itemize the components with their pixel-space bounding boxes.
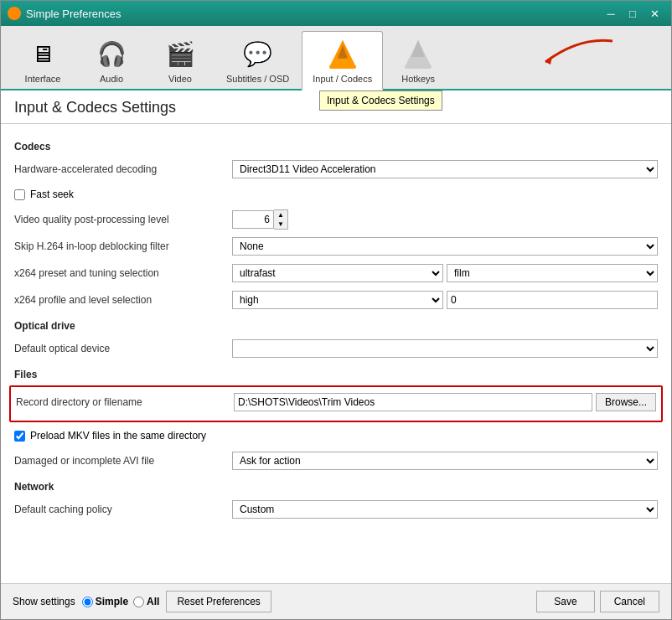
- nav-item-hotkeys[interactable]: Hotkeys: [385, 31, 452, 89]
- control-x264-preset: ultrafast superfast veryfast faster fast…: [232, 264, 658, 282]
- footer: Show settings Simple All Reset Preferenc…: [1, 583, 671, 619]
- section-files: Files: [14, 369, 658, 380]
- maximize-button[interactable]: □: [623, 5, 643, 22]
- row-video-quality: Video quality post-processing level ▲ ▼: [14, 208, 658, 231]
- content-area: Codecs Hardware-accelerated decoding Dir…: [1, 124, 671, 583]
- label-damaged-avi: Damaged or incomplete AVI file: [14, 455, 232, 467]
- nav-label-input: Input / Codecs: [313, 74, 372, 84]
- video-icon: 🎬: [163, 37, 197, 70]
- nav-item-subtitles[interactable]: 💬 Subtitles / OSD: [215, 31, 300, 89]
- nav-item-input[interactable]: Input / Codecs: [302, 31, 383, 90]
- nav-item-video[interactable]: 🎬 Video: [147, 31, 214, 89]
- nav-label-hotkeys: Hotkeys: [401, 74, 435, 84]
- nav-label-video: Video: [168, 74, 192, 84]
- svg-marker-5: [411, 40, 425, 57]
- nav-label-interface: Interface: [25, 74, 61, 84]
- reset-preferences-button[interactable]: Reset Preferences: [166, 591, 271, 612]
- spinbox-down[interactable]: ▼: [274, 220, 287, 229]
- nav-label-subtitles: Subtitles / OSD: [226, 74, 289, 84]
- interface-icon: 🖥: [26, 37, 59, 70]
- row-x264-preset: x264 preset and tuning selection ultrafa…: [14, 261, 658, 285]
- settings-panel: Codecs Hardware-accelerated decoding Dir…: [1, 124, 671, 583]
- cancel-button[interactable]: Cancel: [600, 591, 659, 612]
- radio-simple[interactable]: [82, 597, 93, 607]
- footer-left: Show settings Simple All Reset Preferenc…: [13, 591, 536, 612]
- row-hardware-decoding: Hardware-accelerated decoding Direct3D11…: [14, 158, 658, 181]
- control-video-quality: ▲ ▼: [232, 209, 658, 230]
- control-x264-profile: high baseline main high10 high422 high44…: [232, 291, 658, 309]
- label-preload-mkv: Preload MKV files in the same directory: [30, 430, 206, 442]
- radio-all-label[interactable]: All: [133, 596, 159, 607]
- select-damaged-avi[interactable]: Ask for action Repair Ignore: [232, 452, 658, 470]
- show-settings-label: Show settings: [13, 596, 75, 607]
- radio-simple-text: Simple: [96, 596, 128, 607]
- nav-label-audio: Audio: [100, 74, 123, 84]
- input-icon: [326, 37, 359, 70]
- select-x264-preset1[interactable]: ultrafast superfast veryfast faster fast…: [232, 264, 443, 282]
- radio-all-text: All: [147, 596, 159, 607]
- label-fast-seek: Fast seek: [30, 189, 74, 200]
- row-record-directory: Record directory or filename Browse...: [16, 390, 656, 414]
- row-preload-mkv: Preload MKV files in the same directory: [14, 426, 658, 446]
- x264-level-input[interactable]: [447, 291, 658, 309]
- nav-item-audio[interactable]: 🎧 Audio: [78, 31, 145, 89]
- control-damaged-avi: Ask for action Repair Ignore: [232, 452, 658, 470]
- control-hardware-decoding: Direct3D11 Video Acceleration DirectX Vi…: [232, 160, 658, 178]
- nav-item-interface[interactable]: 🖥 Interface: [9, 31, 76, 89]
- radio-group-show-settings: Simple All: [82, 596, 160, 607]
- nav-bar: 🖥 Interface 🎧 Audio 🎬 Video 💬 Subtitles …: [1, 26, 671, 90]
- window-controls: ─ □ ✕: [601, 5, 664, 22]
- label-caching-policy: Default caching policy: [14, 504, 232, 515]
- label-hardware-decoding: Hardware-accelerated decoding: [14, 163, 232, 175]
- row-skip-h264: Skip H.264 in-loop deblocking filter Non…: [14, 235, 658, 258]
- subtitles-icon: 💬: [241, 37, 275, 70]
- row-fast-seek: Fast seek: [14, 184, 658, 204]
- spinbox-up[interactable]: ▲: [274, 210, 287, 220]
- spinbox-input-video-quality[interactable]: [232, 210, 274, 229]
- label-optical-device: Default optical device: [14, 343, 232, 354]
- hotkeys-icon: [401, 37, 435, 70]
- section-optical: Optical drive: [14, 320, 658, 332]
- control-caching-policy: Custom Lowest latency Low latency Normal…: [232, 500, 658, 519]
- radio-all[interactable]: [133, 597, 144, 607]
- select-optical-device[interactable]: [232, 339, 658, 358]
- select-x264-preset2[interactable]: film animation grain stillimage psnr ssi…: [447, 264, 658, 282]
- spinbox-buttons: ▲ ▼: [274, 209, 288, 230]
- tooltip-box: Input & Codecs Settings: [319, 90, 442, 111]
- label-x264-profile: x264 profile and level selection: [14, 294, 232, 306]
- svg-rect-2: [329, 65, 356, 69]
- row-optical-device: Default optical device: [14, 337, 658, 360]
- select-skip-h264[interactable]: None Non-reference frames All frames: [232, 237, 658, 256]
- row-damaged-avi: Damaged or incomplete AVI file Ask for a…: [14, 449, 658, 473]
- section-network: Network: [14, 481, 658, 493]
- label-x264-preset: x264 preset and tuning selection: [14, 267, 232, 279]
- window-title: Simple Preferences: [26, 8, 601, 20]
- footer-right: Save Cancel: [536, 591, 659, 612]
- select-x264-profile[interactable]: high baseline main high10 high422 high44…: [232, 291, 443, 309]
- arrow-decoration: [520, 33, 621, 77]
- minimize-button[interactable]: ─: [601, 5, 621, 22]
- main-window: Simple Preferences ─ □ ✕ 🖥 Interface 🎧 A…: [0, 0, 672, 620]
- checkbox-preload-mkv[interactable]: [14, 431, 25, 442]
- input-record-directory[interactable]: [234, 393, 592, 411]
- section-codecs: Codecs: [14, 141, 658, 152]
- row-x264-profile: x264 profile and level selection high ba…: [14, 288, 658, 312]
- audio-icon: 🎧: [95, 37, 128, 70]
- spinbox-video-quality: ▲ ▼: [232, 209, 288, 230]
- radio-simple-label[interactable]: Simple: [82, 596, 128, 607]
- control-skip-h264: None Non-reference frames All frames: [232, 237, 658, 256]
- select-caching-policy[interactable]: Custom Lowest latency Low latency Normal…: [232, 500, 658, 519]
- save-button[interactable]: Save: [536, 591, 594, 612]
- row-record-directory-highlighted: Record directory or filename Browse...: [9, 385, 663, 422]
- checkbox-fast-seek[interactable]: [14, 189, 25, 200]
- app-icon: [8, 7, 21, 20]
- control-optical-device: [232, 339, 658, 358]
- control-record-directory: Browse...: [234, 393, 656, 411]
- svg-rect-6: [405, 65, 432, 69]
- browse-button[interactable]: Browse...: [596, 393, 656, 411]
- close-button[interactable]: ✕: [644, 5, 664, 22]
- label-record-directory: Record directory or filename: [16, 396, 234, 408]
- title-bar: Simple Preferences ─ □ ✕: [1, 1, 671, 26]
- select-hardware-decoding[interactable]: Direct3D11 Video Acceleration DirectX Vi…: [232, 160, 658, 178]
- x264-preset-controls: ultrafast superfast veryfast faster fast…: [232, 264, 658, 282]
